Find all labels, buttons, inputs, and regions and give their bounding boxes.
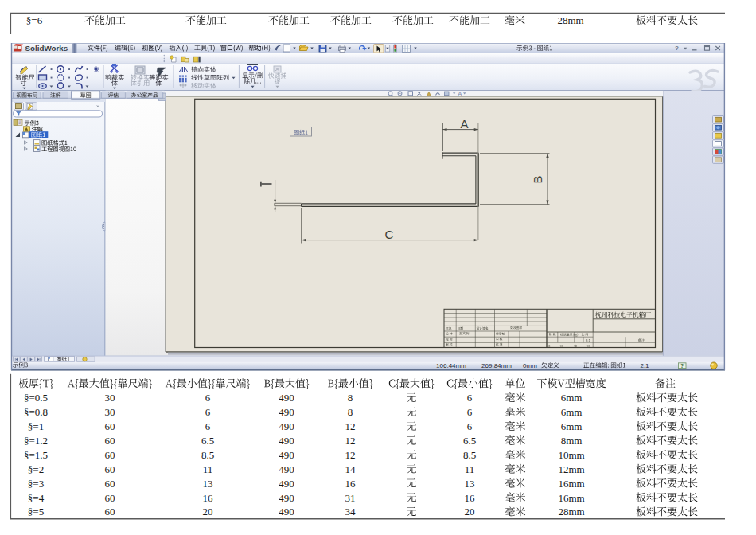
svg-text:A: A bbox=[461, 117, 469, 131]
svg-text:§=6: §=6 bbox=[26, 14, 43, 26]
svg-text:28mm: 28mm bbox=[558, 506, 584, 517]
svg-text:§=0.8: §=0.8 bbox=[24, 406, 48, 418]
svg-text:6: 6 bbox=[467, 420, 473, 432]
svg-text:490: 490 bbox=[279, 392, 294, 404]
svg-text:6: 6 bbox=[205, 406, 211, 418]
svg-text:16mm: 16mm bbox=[558, 478, 584, 490]
svg-text:60: 60 bbox=[105, 478, 115, 490]
svg-text:34: 34 bbox=[345, 506, 357, 517]
svg-text:16: 16 bbox=[203, 492, 214, 504]
svg-text:16: 16 bbox=[465, 492, 476, 504]
svg-text:6mm: 6mm bbox=[561, 406, 583, 418]
svg-text:8mm: 8mm bbox=[561, 435, 583, 447]
svg-text:§=3: §=3 bbox=[28, 478, 44, 490]
svg-text:6.5: 6.5 bbox=[201, 435, 214, 447]
svg-text:30: 30 bbox=[105, 392, 115, 404]
svg-text:§=2: §=2 bbox=[28, 463, 44, 475]
svg-text:§=5: §=5 bbox=[28, 506, 44, 517]
svg-text:60: 60 bbox=[105, 492, 115, 504]
svg-text:0mm: 0mm bbox=[523, 362, 537, 369]
svg-text:10mm: 10mm bbox=[558, 449, 584, 461]
svg-text:20: 20 bbox=[203, 506, 213, 517]
svg-text:12mm: 12mm bbox=[558, 463, 584, 475]
svg-text:12: 12 bbox=[345, 435, 356, 447]
svg-text:C: C bbox=[385, 228, 394, 241]
svg-text:6: 6 bbox=[205, 392, 211, 404]
svg-text:60: 60 bbox=[105, 506, 115, 517]
svg-text:§=4: §=4 bbox=[28, 492, 45, 504]
svg-text:490: 490 bbox=[279, 463, 294, 475]
svg-text:8.5: 8.5 bbox=[463, 449, 476, 461]
svg-text:490: 490 bbox=[279, 406, 294, 418]
svg-text:6: 6 bbox=[205, 420, 211, 432]
svg-text:6: 6 bbox=[467, 406, 473, 418]
svg-text:8.5: 8.5 bbox=[201, 449, 214, 461]
svg-text:60: 60 bbox=[105, 449, 115, 461]
svg-text:60: 60 bbox=[105, 420, 115, 432]
svg-text:B: B bbox=[531, 175, 544, 183]
svg-text:12: 12 bbox=[345, 449, 356, 461]
svg-text:12: 12 bbox=[345, 420, 356, 432]
svg-text:16mm: 16mm bbox=[558, 492, 584, 504]
svg-text:490: 490 bbox=[279, 420, 294, 432]
svg-text:11: 11 bbox=[203, 463, 213, 475]
svg-text:8: 8 bbox=[348, 392, 353, 404]
svg-text:106.44mm: 106.44mm bbox=[436, 362, 466, 369]
svg-text:60: 60 bbox=[105, 435, 115, 447]
svg-text:§=1.2: §=1.2 bbox=[24, 435, 48, 447]
svg-text:13: 13 bbox=[465, 478, 475, 490]
svg-text:20: 20 bbox=[465, 506, 475, 517]
svg-text:16: 16 bbox=[345, 478, 357, 490]
svg-text:14: 14 bbox=[345, 463, 357, 475]
svg-text:11: 11 bbox=[465, 463, 475, 475]
svg-text:2:1: 2:1 bbox=[640, 362, 649, 369]
svg-text:6: 6 bbox=[467, 392, 473, 404]
svg-text:8: 8 bbox=[348, 406, 353, 418]
svg-text:60: 60 bbox=[105, 463, 115, 475]
svg-text:28mm: 28mm bbox=[557, 14, 583, 26]
svg-text:6mm: 6mm bbox=[561, 420, 583, 432]
svg-text:490: 490 bbox=[279, 435, 294, 447]
svg-text:?: ? bbox=[680, 363, 684, 369]
svg-text:§=1.5: §=1.5 bbox=[24, 449, 48, 461]
svg-text:?: ? bbox=[675, 45, 679, 52]
svg-text:6mm: 6mm bbox=[561, 392, 583, 404]
svg-text:A: A bbox=[458, 91, 462, 96]
svg-text:SolidWorks: SolidWorks bbox=[25, 44, 68, 53]
svg-text:6.5: 6.5 bbox=[463, 435, 476, 447]
svg-text:490: 490 bbox=[279, 492, 294, 504]
svg-text:§=0.5: §=0.5 bbox=[24, 392, 48, 404]
svg-text:490: 490 bbox=[279, 478, 294, 490]
svg-text:30: 30 bbox=[105, 406, 115, 418]
svg-text:490: 490 bbox=[279, 449, 294, 461]
svg-text:13: 13 bbox=[203, 478, 213, 490]
svg-text:490: 490 bbox=[279, 506, 294, 517]
svg-text:31: 31 bbox=[345, 492, 356, 504]
svg-text:269.84mm: 269.84mm bbox=[481, 362, 512, 369]
svg-text:§=1: §=1 bbox=[28, 420, 44, 432]
